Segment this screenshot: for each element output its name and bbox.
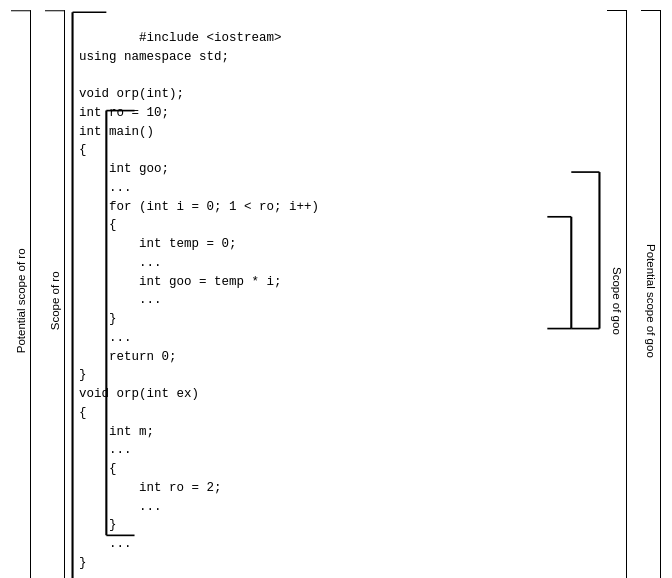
center-content: #include <iostream> using namespace std;…	[79, 10, 593, 578]
code-line-11: {	[79, 218, 117, 232]
code-block: #include <iostream> using namespace std;…	[79, 10, 593, 578]
code-line-24: {	[79, 462, 117, 476]
right-bracket-lines2	[627, 10, 641, 578]
code-line-9: ...	[79, 181, 132, 195]
label-scope-goo: Scope of goo	[607, 10, 627, 578]
code-line-17: ...	[79, 331, 132, 345]
code-line-22: int m;	[79, 425, 154, 439]
right-bracket-lines	[593, 10, 607, 578]
right-side: Scope of goo Potential scope of goo	[593, 10, 661, 578]
code-line-13: ...	[79, 256, 162, 270]
code-line-12: int temp = 0;	[79, 237, 237, 251]
page-container: Potential scope of ro Scope of ro	[11, 10, 661, 578]
code-line-26: ...	[79, 500, 162, 514]
code-line-1: #include <iostream>	[139, 31, 282, 45]
code-line-15: ...	[79, 293, 162, 307]
code-line-5: int ro = 10;	[79, 106, 169, 120]
code-line-14: int goo = temp * i;	[79, 275, 282, 289]
code-line-25: int ro = 2;	[79, 481, 222, 495]
code-line-23: ...	[79, 443, 132, 457]
label-scope-ro: Scope of ro	[45, 10, 65, 578]
left-bracket-lines2	[65, 10, 79, 578]
code-line-6: int main()	[79, 125, 154, 139]
code-line-21: {	[79, 406, 87, 420]
code-line-8: int goo;	[79, 162, 169, 176]
code-line-28: ...	[79, 537, 132, 551]
main-diagram: Potential scope of ro Scope of ro	[11, 10, 661, 578]
code-line-20: void orp(int ex)	[79, 387, 199, 401]
code-line-4: void orp(int);	[79, 87, 184, 101]
code-line-10: for (int i = 0; 1 < ro; i++)	[79, 200, 319, 214]
code-line-18: return 0;	[79, 350, 177, 364]
code-line-29: }	[79, 556, 87, 570]
label-potential-scope-goo: Potential scope of goo	[641, 10, 661, 578]
code-line-16: }	[79, 312, 117, 326]
code-line-27: }	[79, 518, 117, 532]
left-bracket-lines	[31, 10, 45, 578]
code-line-2: using namespace std;	[79, 50, 229, 64]
code-line-19: }	[79, 368, 87, 382]
left-side: Potential scope of ro Scope of ro	[11, 10, 79, 578]
label-potential-scope-ro: Potential scope of ro	[11, 10, 31, 578]
code-line-7: {	[79, 143, 87, 157]
